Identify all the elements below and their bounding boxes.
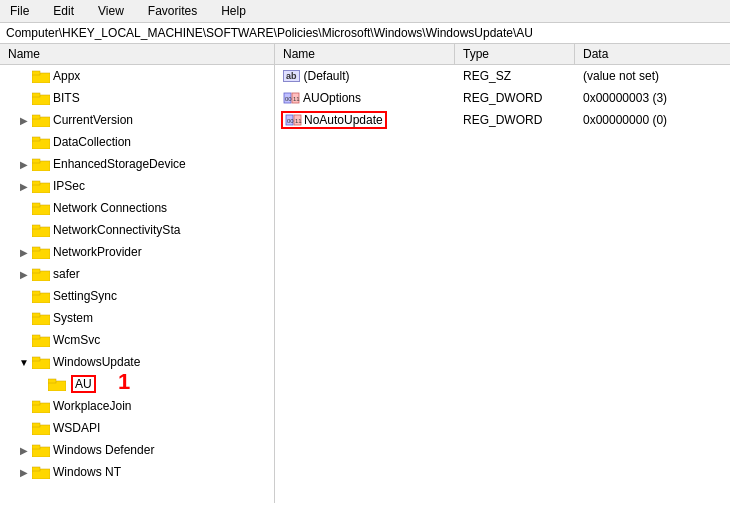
cell-name-default: ab (Default) (275, 67, 455, 85)
svg-rect-23 (32, 313, 40, 317)
right-header: Name Type Data (275, 44, 730, 65)
tree-item-ipsec[interactable]: ▶ IPSec (0, 175, 274, 197)
menu-bar: File Edit View Favorites Help (0, 0, 730, 23)
menu-help[interactable]: Help (215, 2, 252, 20)
expand-icon-windowsupdate[interactable]: ▼ (16, 357, 32, 368)
tree-content[interactable]: Appx BITS ▶ CurrentVersion (0, 65, 274, 500)
tree-item-wcmsvc[interactable]: WcmSvc (0, 329, 274, 351)
tree-item-au[interactable]: AU 1 (0, 373, 274, 395)
svg-rect-9 (32, 159, 40, 163)
col-header-type: Type (455, 44, 575, 64)
col-header-name: Name (275, 44, 455, 64)
svg-rect-25 (32, 335, 40, 339)
folder-icon-windowsdefender (32, 443, 50, 457)
tree-item-networkconnectivitysta[interactable]: NetworkConnectivitySta (0, 219, 274, 241)
tree-pane: Name Appx BITS (0, 44, 275, 503)
right-row-default[interactable]: ab (Default) REG_SZ (value not set) (275, 65, 730, 87)
svg-rect-17 (32, 247, 40, 251)
folder-icon-au (48, 377, 66, 391)
tree-label-currentversion: CurrentVersion (53, 113, 133, 127)
expand-icon-safer[interactable]: ▶ (16, 269, 32, 280)
svg-rect-11 (32, 181, 40, 185)
right-content: ab (Default) REG_SZ (value not set) 00 1… (275, 65, 730, 131)
expand-icon-networkprovider[interactable]: ▶ (16, 247, 32, 258)
tree-label-wcmsvc: WcmSvc (53, 333, 100, 347)
expand-icon-windowsdefender[interactable]: ▶ (16, 445, 32, 456)
tree-label-ipsec: IPSec (53, 179, 85, 193)
folder-icon-ipsec (32, 179, 50, 193)
folder-icon-bits (32, 91, 50, 105)
folder-icon-datacollection (32, 135, 50, 149)
annotation-2: 2 (460, 127, 476, 131)
tree-label-au: AU (75, 377, 92, 391)
folder-icon-networkconnections (32, 201, 50, 215)
svg-rect-13 (32, 203, 40, 207)
tree-header: Name (0, 44, 274, 65)
tree-item-system[interactable]: System (0, 307, 274, 329)
tree-label-datacollection: DataCollection (53, 135, 131, 149)
cell-name-label-noautoupdate: NoAutoUpdate (304, 113, 383, 127)
cell-type-auoptions: REG_DWORD (455, 89, 575, 107)
tree-item-bits[interactable]: BITS (0, 87, 274, 109)
tree-item-appx[interactable]: Appx (0, 65, 274, 87)
tree-item-safer[interactable]: ▶ safer (0, 263, 274, 285)
address-path: Computer\HKEY_LOCAL_MACHINE\SOFTWARE\Pol… (6, 26, 533, 40)
tree-item-currentversion[interactable]: ▶ CurrentVersion (0, 109, 274, 131)
svg-text:11: 11 (293, 96, 300, 102)
folder-icon-enhancedstoragedevice (32, 157, 50, 171)
folder-icon-currentversion (32, 113, 50, 127)
right-row-noautoupdate[interactable]: 00 11 NoAutoUpdate REG_DWORD 0x00000000 … (275, 109, 730, 131)
right-pane: Name Type Data ab (Default) REG_SZ (valu… (275, 44, 730, 503)
tree-item-datacollection[interactable]: DataCollection (0, 131, 274, 153)
folder-icon-networkconnectivitysta (32, 223, 50, 237)
tree-label-bits: BITS (53, 91, 80, 105)
tree-item-windowsdefender[interactable]: ▶ Windows Defender (0, 439, 274, 461)
svg-rect-3 (32, 93, 40, 97)
svg-rect-29 (48, 379, 56, 383)
tree-item-wsdapi[interactable]: WSDAPI (0, 417, 274, 439)
tree-item-windowsnt[interactable]: ▶ Windows NT (0, 461, 274, 483)
cell-name-noautoupdate: 00 11 NoAutoUpdate (275, 109, 455, 131)
folder-icon-wsdapi (32, 421, 50, 435)
folder-icon-appx (32, 69, 50, 83)
tree-item-networkprovider[interactable]: ▶ NetworkProvider (0, 241, 274, 263)
tree-item-workplacejoin[interactable]: WorkplaceJoin (0, 395, 274, 417)
right-row-auoptions[interactable]: 00 11 AUOptions REG_DWORD 0x00000003 (3) (275, 87, 730, 109)
folder-icon-networkprovider (32, 245, 50, 259)
tree-label-safer: safer (53, 267, 80, 281)
menu-edit[interactable]: Edit (47, 2, 80, 20)
folder-icon-safer (32, 267, 50, 281)
tree-label-settingsync: SettingSync (53, 289, 117, 303)
tree-item-windowsupdate[interactable]: ▼ WindowsUpdate (0, 351, 274, 373)
cell-name-label-auoptions: AUOptions (303, 91, 361, 105)
noautoupdate-border-box: 00 11 NoAutoUpdate (281, 111, 387, 129)
tree-label-enhancedstoragedevice: EnhancedStorageDevice (53, 157, 186, 171)
expand-icon-windowsnt[interactable]: ▶ (16, 467, 32, 478)
tree-item-enhancedstoragedevice[interactable]: ▶ EnhancedStorageDevice (0, 153, 274, 175)
menu-favorites[interactable]: Favorites (142, 2, 203, 20)
address-bar: Computer\HKEY_LOCAL_MACHINE\SOFTWARE\Pol… (0, 23, 730, 44)
svg-rect-35 (32, 445, 40, 449)
svg-rect-21 (32, 291, 40, 295)
tree-label-system: System (53, 311, 93, 325)
expand-icon-enhancedstoragedevice[interactable]: ▶ (16, 159, 32, 170)
reg-icon-default: ab (283, 70, 300, 82)
cell-data-noautoupdate: 0x00000000 (0) (575, 111, 730, 129)
folder-icon-windowsupdate (32, 355, 50, 369)
tree-label-networkconnectivitysta: NetworkConnectivitySta (53, 223, 180, 237)
svg-rect-37 (32, 467, 40, 471)
col-header-data: Data (575, 44, 730, 64)
cell-data-auoptions: 0x00000003 (3) (575, 89, 730, 107)
tree-label-wsdapi: WSDAPI (53, 421, 100, 435)
folder-icon-system (32, 311, 50, 325)
menu-file[interactable]: File (4, 2, 35, 20)
tree-item-networkconnections[interactable]: Network Connections (0, 197, 274, 219)
main-container: Name Appx BITS (0, 44, 730, 503)
expand-icon-currentversion[interactable]: ▶ (16, 115, 32, 126)
expand-icon-ipsec[interactable]: ▶ (16, 181, 32, 192)
cell-type-default: REG_SZ (455, 67, 575, 85)
reg-icon-auoptions: 00 11 (283, 91, 299, 105)
tree-label-workplacejoin: WorkplaceJoin (53, 399, 131, 413)
tree-item-settingsync[interactable]: SettingSync (0, 285, 274, 307)
menu-view[interactable]: View (92, 2, 130, 20)
